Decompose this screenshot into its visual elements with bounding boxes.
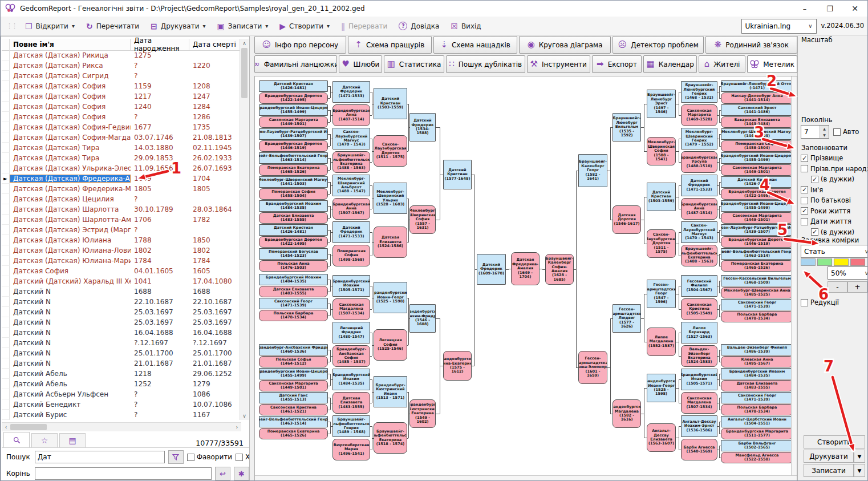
maximize-button[interactable]: ❐ — [817, 1, 842, 17]
person-box[interactable]: Липпе Магдалена(1552-1587) — [647, 328, 676, 356]
create-button[interactable]: ▶Створити▾ — [274, 20, 335, 33]
person-box[interactable]: Бранденбург-Кюстринская Екатерина(1549 -… — [409, 399, 436, 428]
close-button[interactable]: ✕ — [842, 1, 867, 17]
person-box[interactable]: Саксен-Лауэнбургская Доротея(1511 - 1575… — [374, 135, 407, 167]
person-box[interactable]: Датская Елизавета(1483-1555) — [259, 212, 328, 224]
fill-option-checkbox[interactable]: ✓Ім'я — [801, 186, 868, 194]
table-row[interactable]: Датский N?.12.1697?.12.1697 — [2, 338, 242, 348]
person-box[interactable]: Польская Софья(1464-1512) — [259, 356, 328, 367]
fill-option-checkbox[interactable]: Дати життя — [801, 217, 868, 225]
person-box[interactable]: Вальдек-Эйзенберг Филипп(1486-1539) — [721, 344, 793, 355]
person-box[interactable]: Брауншвейг-Каленберг София-Амалия(1628 -… — [545, 254, 574, 285]
person-box[interactable]: Лигницкая София(1525-1546) — [374, 329, 407, 361]
scroll-down-icon[interactable]: ∨ — [240, 411, 249, 420]
person-box[interactable]: Клевская Анна(1495-1567) — [721, 356, 793, 367]
person-box[interactable]: Датская Доротея(1546-1617) — [613, 205, 641, 234]
zoom-in-button[interactable]: + — [847, 281, 867, 293]
person-box[interactable]: Саксен-Лауэнбургский Магнус(1470 - 1543) — [332, 128, 370, 149]
person-box[interactable]: Датский Фредерик(1534-1588) — [409, 113, 436, 142]
person-box[interactable]: Саксонская Магдалена(1507-1534) — [332, 298, 370, 320]
checkbox-box[interactable] — [801, 197, 808, 204]
checkbox-box[interactable] — [801, 218, 808, 225]
person-box[interactable]: Саксен-Лауэнбург-Ратцебургский Иоанн(143… — [721, 224, 793, 236]
person-box[interactable]: Бранденбургский Иоахим(1484-1535) — [332, 369, 370, 390]
dropdown-caret-icon[interactable]: ▾ — [327, 23, 330, 29]
table-row[interactable]: Датская (Датская) София12401284 — [2, 102, 242, 112]
person-box[interactable]: Мекленбург-Шверинский Ульрих(1528 - 1603… — [374, 183, 407, 214]
person-box[interactable]: Бранденбург-Кюстринский Иоанн(1513 - 157… — [374, 376, 407, 407]
person-box[interactable]: Саксонская Маргарита(1449-1501) — [259, 116, 328, 128]
person-box[interactable]: Бранденбургская Доротея(1422-1495) — [259, 92, 328, 104]
person-box[interactable]: Саксонская Маргарита(1449-1501) — [259, 380, 328, 391]
table-row[interactable]: Датский Асбьерн Ульфсен?1086 — [2, 389, 242, 399]
person-box[interactable]: Бранденбургская Анна(1487-1514) — [681, 198, 717, 220]
save-button[interactable]: Записати — [804, 464, 854, 477]
table-row[interactable]: Датский N16.04.168816.04.1688 — [2, 328, 242, 338]
table-row[interactable]: Датская (Датская) Цецилия? — [2, 194, 242, 204]
generations-spinner[interactable]: 7 ▲ ▼ — [801, 125, 829, 139]
column-header-birthdate[interactable]: Дата народження — [131, 39, 189, 50]
color-swatch[interactable] — [801, 258, 816, 266]
person-box[interactable]: Брауншвейг-Люнебургский Генрих(1468 - 15… — [681, 81, 717, 103]
tab-family-relation[interactable]: ❋Родинний зв'язок — [705, 36, 797, 54]
table-row[interactable]: Датская (Датская) Ульрика-Элеонора11.09.… — [2, 163, 242, 173]
person-box[interactable]: Бранденбург-Ансбахская София(1485 - 1537… — [332, 345, 370, 367]
table-row[interactable]: Датская (Датская) Шарлотта30.10.178928.0… — [2, 204, 242, 215]
dropdown-caret-icon[interactable]: ▾ — [265, 23, 268, 29]
table-row[interactable]: Датская (Датская) Юлиана17881850 — [2, 235, 242, 245]
person-box[interactable]: Датский Кристиан(1426-1481) — [721, 176, 793, 188]
person-box[interactable]: Бранденбургская Доротея(1422-1495) — [721, 188, 793, 200]
scrollbar-thumb[interactable] — [10, 424, 47, 430]
person-box[interactable]: Датский Фредерик(1471-1533) — [332, 221, 370, 243]
person-box[interactable]: Бранденбург-Ансбахский Фридрих(1460-1536… — [259, 344, 328, 355]
person-box[interactable]: Бранденбургский Иоахим(1505-1571) — [332, 275, 370, 297]
person-box[interactable]: Гессен-Кассельский Вильгельм(1468-1509) — [721, 275, 793, 286]
person-box[interactable]: Бранденбургская Доротея(1446-1519) — [259, 140, 328, 152]
person-box[interactable]: Померанский Богуслав(1454-1523) — [259, 248, 328, 260]
save-button[interactable]: ▣Записати▾ — [212, 20, 274, 33]
person-box[interactable]: Саксонская Маргарита(1449-1501) — [721, 212, 793, 224]
fill-option-checkbox[interactable]: ✓(в дужки) — [811, 228, 868, 236]
clipped-checkbox[interactable]: Х — [236, 453, 249, 461]
tab-search[interactable] — [3, 432, 30, 447]
tab-export[interactable]: ➡Експорт — [592, 55, 642, 73]
scroll-up-icon[interactable]: ∧ — [240, 39, 249, 47]
fill-option-checkbox[interactable]: ✓(в дужки) — [811, 175, 868, 183]
table-row[interactable]: Датская (Датская) Шарлотта-Амалия1706178… — [2, 215, 242, 225]
spinner-down-icon[interactable]: ▼ — [820, 132, 829, 138]
person-box[interactable]: Вальдек-Эйзенберг Екатерина(1524-1583) — [681, 345, 717, 367]
person-box[interactable]: Лигницкий Фридрих(1480-1547) — [332, 322, 370, 343]
person-box[interactable]: Датский Фредерик(1471-1533) — [332, 81, 370, 103]
reductions-checkbox[interactable]: Редукції — [801, 298, 839, 306]
tab-descendants-chart[interactable]: ⇣Схема нащадків — [433, 36, 517, 54]
favorites-checkbox[interactable]: Фаворити — [187, 453, 232, 461]
person-box[interactable]: Ангальт-Дессау Иоахим-Эрнст(1536-1586) — [681, 415, 717, 437]
tree-horizontal-scrollbar[interactable] — [255, 475, 797, 481]
person-box[interactable]: Датский Кристиан(1503-1559) — [647, 183, 676, 211]
person-box[interactable]: Датская Фредерика-Амалия(1649 - 1704) — [511, 252, 540, 285]
checkbox-box[interactable] — [833, 128, 841, 136]
table-row[interactable]: Датская (Датская) София?1286 — [2, 112, 242, 122]
table-row[interactable]: Датская (Датская) Тира14.03.188002.11.19… — [2, 143, 242, 153]
person-box[interactable]: Брауншвейг-Вольфенбюттельский Генрих I(V… — [259, 416, 328, 427]
person-box[interactable]: Бранденбургская Урсула(1488-1510) — [681, 151, 717, 173]
person-box[interactable]: Брауншвейг-Вольфенбюттельская Екатерина(… — [681, 245, 717, 266]
person-box[interactable]: Датский Кристиан(1426-1481) — [259, 224, 328, 236]
tab-circle-diagram[interactable]: ◉Кругова діаграма — [519, 36, 611, 54]
column-header-fullname[interactable]: Повне ім'я — [10, 39, 131, 50]
root-input[interactable] — [35, 467, 212, 480]
person-box[interactable]: Бранденбургская Анна-Екатерина(1575 - 16… — [443, 351, 472, 381]
person-box[interactable]: Брауншвейг-Вольфенбюттельский Генрих I(V… — [259, 152, 328, 164]
person-box[interactable]: Датская Елизавета(1483-1555) — [721, 380, 793, 391]
person-box[interactable]: Барби Вольфганг(1502-1565) — [721, 440, 793, 451]
person-box[interactable]: Бранденбургский Иоанн-Цицерон(1455-1499) — [259, 368, 328, 379]
person-box[interactable]: Мекленбург-Шверинская Анна(1485-1525) — [721, 287, 793, 298]
title-bar[interactable]: GedcomReport - Генеалогічні звіти - D:\P… — [1, 1, 867, 17]
person-box[interactable]: Брауншвейг-Люнебургский Оттон(-1471) — [721, 80, 793, 92]
table-row[interactable]: Датская (Датская) Юлиана-Ловиза18021802 — [2, 245, 242, 256]
fill-option-checkbox[interactable]: По батькові — [801, 196, 868, 204]
person-box[interactable]: Бранденбургский Иоанн-Георг(1525 - 1598) — [374, 282, 407, 313]
auto-root-button[interactable]: ✱ — [234, 467, 249, 480]
apply-root-button[interactable]: ↩ — [215, 467, 230, 480]
checkbox-box[interactable]: ✓ — [801, 155, 808, 162]
